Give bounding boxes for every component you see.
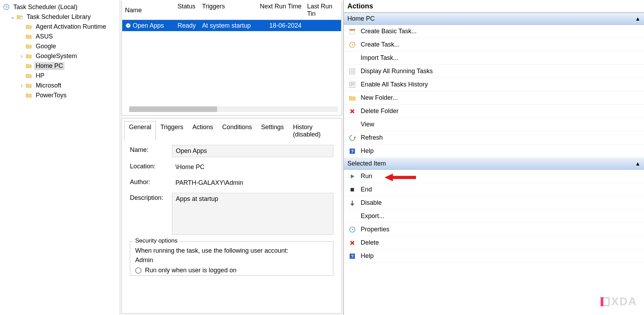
tree-item-powertoys[interactable]: PowerToys	[1, 90, 118, 100]
tab-conditions[interactable]: Conditions	[217, 121, 256, 141]
disable-icon	[347, 200, 357, 206]
folder-icon	[25, 43, 32, 50]
svg-rect-10	[351, 188, 354, 191]
tree-item-home-pc[interactable]: Home PC	[1, 61, 118, 71]
action-disable[interactable]: Disable	[344, 196, 644, 210]
tree-item-googlesystem[interactable]: ›GoogleSystem	[1, 51, 118, 61]
action-run[interactable]: Run	[344, 170, 644, 183]
clock-icon	[3, 4, 10, 10]
action-end[interactable]: End	[344, 183, 644, 196]
tree-root[interactable]: Task Scheduler (Local)	[1, 2, 118, 12]
tree-item-label: Home PC	[34, 62, 64, 70]
action-label: Enable All Tasks History	[361, 81, 428, 88]
help-icon: ?	[347, 148, 357, 155]
task-nextrun: 18-06-2024	[255, 22, 304, 29]
folder-icon	[25, 33, 32, 40]
delete-red-icon	[347, 239, 357, 246]
label-author: Author:	[130, 177, 168, 186]
action-label: End	[361, 186, 372, 193]
section1-label: Home PC	[347, 15, 375, 22]
tab-actions[interactable]: Actions	[188, 121, 217, 141]
task-row[interactable]: Open Apps Ready At system startup 18-06-…	[122, 20, 341, 31]
action-label: New Folder...	[361, 94, 398, 102]
task-list: Name Status Triggers Next Run Time Last …	[121, 1, 342, 116]
action-help[interactable]: ?Help	[344, 250, 644, 263]
security-prompt: When running the task, use the following…	[135, 247, 328, 254]
field-name[interactable]	[172, 145, 333, 157]
tree-library-label: Task Scheduler Library	[25, 13, 92, 21]
action-label: Run	[361, 173, 372, 180]
stop-icon	[347, 186, 357, 193]
action-enable-all-tasks-history[interactable]: Enable All Tasks History	[344, 78, 644, 91]
security-account: Admin	[135, 257, 328, 264]
action-create-basic-task[interactable]: Create Basic Task...	[344, 25, 644, 38]
tree-item-agent-activation-runtime[interactable]: Agent Activation Runtime	[1, 22, 118, 31]
watermark: XDA	[601, 295, 637, 308]
label-name: Name:	[130, 145, 168, 154]
field-location: \Home PC	[172, 161, 333, 173]
tree-root-label: Task Scheduler (Local)	[12, 3, 79, 11]
tab-history-disabled-[interactable]: History (disabled)	[289, 121, 339, 141]
history-icon	[347, 81, 357, 88]
calendar-icon	[347, 28, 357, 35]
radio-icon	[135, 267, 141, 274]
horizontal-scrollbar[interactable]	[129, 106, 338, 112]
tree-item-label: Google	[34, 42, 57, 50]
folder-icon	[25, 92, 32, 99]
tree-item-label: ASUS	[34, 33, 54, 41]
tree-item-asus[interactable]: ASUS	[1, 31, 118, 41]
tree-item-google[interactable]: Google	[1, 41, 118, 51]
section2-label: Selected Item	[347, 160, 386, 167]
action-delete-folder[interactable]: Delete Folder	[344, 105, 644, 118]
task-header: Name Status Triggers Next Run Time Last …	[122, 1, 341, 20]
chevron-down-icon[interactable]: ⌄	[9, 14, 16, 20]
list-icon	[347, 68, 357, 75]
col-nextrun[interactable]: Next Run Time	[255, 1, 304, 20]
refresh-icon	[347, 134, 357, 141]
section-selected-item[interactable]: Selected Item ▲	[344, 158, 644, 170]
action-properties[interactable]: Properties	[344, 223, 644, 236]
folder-icon	[25, 72, 32, 79]
watermark-text: XDA	[611, 295, 637, 308]
action-label: View	[361, 121, 374, 128]
action-export[interactable]: Export...	[344, 210, 644, 223]
col-triggers[interactable]: Triggers	[199, 1, 255, 20]
action-view[interactable]: View	[344, 118, 644, 131]
label-location: Location:	[130, 161, 168, 170]
svg-text:?: ?	[351, 149, 354, 154]
clock-icon	[125, 22, 131, 29]
clock-icon	[347, 41, 357, 48]
field-description[interactable]	[172, 193, 333, 235]
tree-item-microsoft[interactable]: ›Microsoft	[1, 80, 118, 90]
col-status[interactable]: Status	[175, 1, 199, 20]
action-create-task[interactable]: Create Task...	[344, 38, 644, 51]
action-display-all-running-tasks[interactable]: Display All Running Tasks	[344, 65, 644, 78]
tree-item-label: HP	[34, 72, 46, 80]
action-import-task[interactable]: Import Task...	[344, 51, 644, 65]
section-home-pc[interactable]: Home PC ▲	[344, 13, 644, 25]
center-panel: Name Status Triggers Next Run Time Last …	[120, 0, 344, 315]
clock2-icon	[347, 226, 357, 233]
col-lastrun[interactable]: Last Run Tin	[304, 1, 338, 20]
tab-general[interactable]: General	[124, 121, 156, 141]
action-label: Import Task...	[361, 54, 399, 62]
help-icon: ?	[347, 253, 357, 260]
action-delete[interactable]: Delete	[344, 236, 644, 250]
tree-item-label: Microsoft	[34, 82, 63, 90]
tab-settings[interactable]: Settings	[257, 121, 289, 141]
tree-library[interactable]: ⌄ Task Scheduler Library	[1, 12, 118, 22]
action-label: Help	[361, 252, 374, 260]
action-label: Delete Folder	[361, 107, 399, 115]
tab-triggers[interactable]: Triggers	[156, 121, 188, 141]
col-name[interactable]: Name	[122, 1, 175, 20]
action-refresh[interactable]: Refresh	[344, 131, 644, 145]
tree-item-hp[interactable]: HP	[1, 71, 118, 80]
radio-logged-on[interactable]: Run only when user is logged on	[135, 267, 328, 274]
tree-item-label: Agent Activation Runtime	[34, 23, 108, 31]
action-help[interactable]: ?Help	[344, 145, 644, 158]
action-new-folder[interactable]: New Folder...	[344, 91, 644, 105]
delete-red-icon	[347, 108, 357, 115]
svg-rect-4	[350, 29, 355, 30]
chevron-right-icon[interactable]: ›	[18, 53, 25, 59]
chevron-right-icon[interactable]: ›	[18, 83, 25, 88]
